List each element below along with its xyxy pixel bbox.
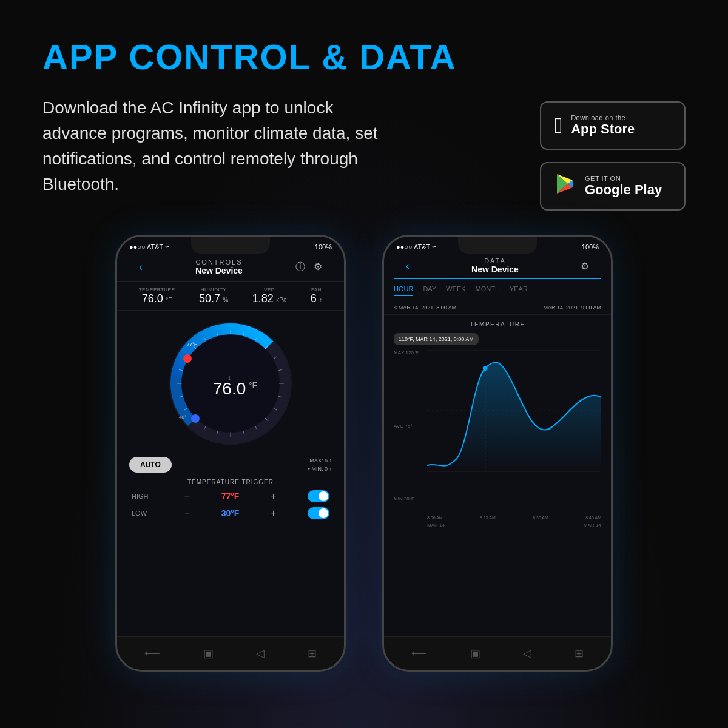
controls-status-left: ●●○○ AT&T ≈ <box>129 243 169 251</box>
svg-point-33 <box>191 414 200 423</box>
data-status-time: 4:48PM <box>496 243 522 251</box>
humidity-unit: % <box>223 297 228 303</box>
fan-stat: FAN 6 ↑ <box>311 287 322 305</box>
low-plus[interactable]: + <box>271 508 276 519</box>
chart-tooltip: 110°F, MAR 14, 2021, 8:00 AM <box>394 333 479 345</box>
back-button[interactable]: ‹ <box>139 261 143 274</box>
data-screen: ●●○○ AT&T ≈ 4:48PM 100% ‹ DATA New Devic… <box>384 237 611 670</box>
x-label-4: 8:45 AM <box>585 516 601 520</box>
low-toggle[interactable] <box>308 507 329 519</box>
temperature-dial[interactable]: ↓ 76.0 °F 77°F 40° <box>164 317 297 450</box>
controls-nav-icons: ⓘ ⚙ <box>295 261 322 274</box>
phones-section: ●●○○ AT&T ≈ 4:48PM 100% ‹ CONTROLS New D… <box>42 235 686 672</box>
nav-apps-icon[interactable]: ⊞ <box>308 647 317 660</box>
info-icon[interactable]: ⓘ <box>295 261 305 274</box>
vpd-value-row: 1.82 kPa <box>252 292 287 305</box>
low-minus[interactable]: − <box>184 508 190 519</box>
data-nav: ‹ DATA New Device ⚙ <box>394 256 601 279</box>
humidity-value-row: 50.7 % <box>199 292 228 305</box>
data-back-button[interactable]: ‹ <box>406 260 410 272</box>
high-label: HIGH <box>132 493 153 500</box>
fan-label: FAN <box>311 287 322 292</box>
fan-unit: ↑ <box>319 297 322 303</box>
data-screen-title: DATA <box>471 257 519 265</box>
svg-text:76.0: 76.0 <box>213 379 246 398</box>
apple-store-button[interactable]:  Download on the App Store <box>540 101 686 150</box>
data-settings-icon[interactable]: ⚙ <box>581 260 589 272</box>
chart-y-labels: MAX 120°F AVG 75°F MIN 30°F <box>394 350 421 502</box>
apple-icon:  <box>554 113 562 138</box>
tab-week[interactable]: WEEK <box>446 285 465 296</box>
chart-svg-area <box>427 350 601 502</box>
data-nav-back[interactable]: ◁ <box>523 647 531 660</box>
data-status-left: ●●○○ AT&T ≈ <box>396 243 436 251</box>
controls-device-name: New Device <box>195 266 243 275</box>
x-label-1: 8:00 AM <box>427 516 443 520</box>
google-play-large: Google Play <box>585 182 662 198</box>
low-label: LOW <box>132 510 153 517</box>
auto-row: AUTO MAX: 6 ↑ • MIN: 0 ↑ <box>129 456 332 474</box>
humidity-stat: HUMIDITY 50.7 % <box>199 287 228 305</box>
temperature-stat: TEMPERTURE 76.0 °F <box>139 287 175 305</box>
high-toggle[interactable] <box>308 490 329 502</box>
controls-status-time: 4:48PM <box>229 243 255 251</box>
tab-hour[interactable]: HOUR <box>394 285 413 296</box>
controls-status-right: 100% <box>315 243 332 251</box>
settings-icon[interactable]: ⚙ <box>314 261 322 274</box>
controls-nav-bar: ⟵ ▣ ◁ ⊞ <box>117 636 344 670</box>
svg-text:°F: °F <box>249 380 257 390</box>
page-container: APP CONTROL & DATA Download the AC Infin… <box>0 0 728 728</box>
data-status-right: 100% <box>582 243 599 251</box>
data-device-name: New Device <box>471 265 519 274</box>
humidity-value: 50.7 <box>199 292 220 305</box>
vpd-label: VPD <box>252 287 287 292</box>
tab-month[interactable]: MONTH <box>476 285 500 296</box>
y-label-min: MIN 30°F <box>394 496 419 502</box>
top-section: Download the AC Infinity app to unlock a… <box>42 95 686 211</box>
controls-status-bar: ●●○○ AT&T ≈ 4:48PM 100% <box>117 237 344 254</box>
fan-info: MAX: 6 ↑ • MIN: 0 ↑ <box>308 456 332 474</box>
controls-nav: ‹ CONTROLS New Device ⓘ ⚙ <box>127 256 334 278</box>
high-plus[interactable]: + <box>271 491 276 502</box>
high-minus[interactable]: − <box>184 491 190 502</box>
time-tabs: HOUR DAY WEEK MONTH YEAR <box>394 285 601 296</box>
high-value: 77°F <box>221 491 240 501</box>
data-titles: DATA New Device <box>471 257 519 274</box>
data-nav-apps[interactable]: ⊞ <box>575 647 584 660</box>
google-play-button[interactable]: GET IT ON Google Play <box>540 162 686 211</box>
date-start: < MAR 14, 2021, 8:00 AM <box>394 305 456 311</box>
svg-text:40°: 40° <box>179 414 186 420</box>
min-fan: • MIN: 0 ↑ <box>308 465 332 473</box>
chart-date-start: MAR 14 <box>427 522 445 528</box>
date-row: < MAR 14, 2021, 8:00 AM MAR 14, 2021, 9:… <box>384 301 611 315</box>
data-header: ‹ DATA New Device ⚙ <box>384 254 611 280</box>
data-status-bar: ●●○○ AT&T ≈ 4:48PM 100% <box>384 237 611 254</box>
humidity-label: HUMIDITY <box>199 287 228 292</box>
date-end: MAR 14, 2021, 9:00 AM <box>543 305 601 311</box>
chart-title: TEMPERATURE <box>394 321 601 328</box>
apple-store-large: App Store <box>571 121 635 137</box>
tab-day[interactable]: DAY <box>423 285 436 296</box>
low-value: 30°F <box>221 508 240 518</box>
temp-unit: °F <box>166 297 172 303</box>
controls-screen: ●●○○ AT&T ≈ 4:48PM 100% ‹ CONTROLS New D… <box>117 237 344 670</box>
temperature-chart <box>427 350 601 502</box>
auto-button[interactable]: AUTO <box>129 457 172 473</box>
google-play-text: GET IT ON Google Play <box>585 175 662 198</box>
temp-value-row: 76.0 °F <box>139 292 175 305</box>
data-nav-bar: ⟵ ▣ ◁ ⊞ <box>384 636 611 670</box>
nav-menu-icon[interactable]: ▣ <box>203 647 214 660</box>
controls-titles: CONTROLS New Device <box>195 258 243 275</box>
temp-label: TEMPERTURE <box>139 287 175 292</box>
google-play-icon <box>554 173 576 200</box>
data-nav-home[interactable]: ⟵ <box>411 647 427 660</box>
chart-date-row: MAR 14 MAR 14 <box>394 522 601 528</box>
tab-year[interactable]: YEAR <box>510 285 528 296</box>
nav-back-icon[interactable]: ◁ <box>256 647 265 660</box>
nav-home-icon[interactable]: ⟵ <box>144 647 160 660</box>
controls-phone: ●●○○ AT&T ≈ 4:48PM 100% ‹ CONTROLS New D… <box>115 235 346 672</box>
x-label-2: 8:15 AM <box>480 516 496 520</box>
data-nav-menu[interactable]: ▣ <box>470 647 480 660</box>
svg-text:77°F: 77°F <box>187 342 197 347</box>
controls-bottom: AUTO MAX: 6 ↑ • MIN: 0 ↑ TEMPERATURE TRI… <box>117 454 344 527</box>
